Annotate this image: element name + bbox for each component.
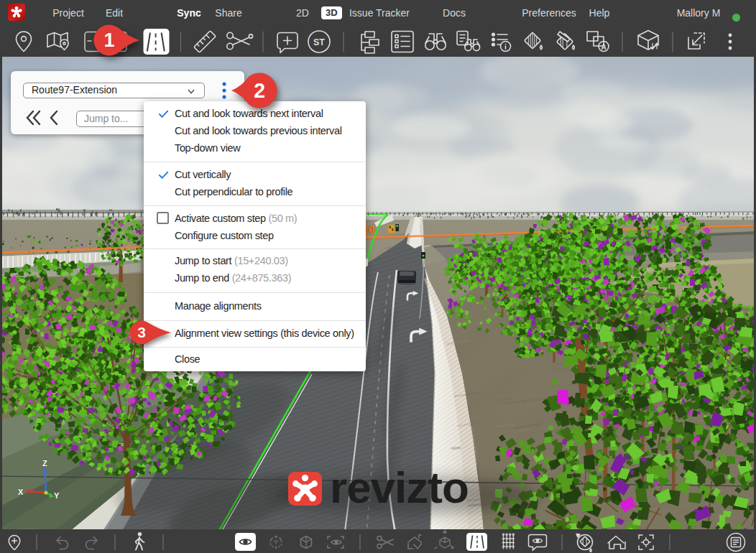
svg-text:Y: Y bbox=[54, 491, 60, 500]
svg-text:X: X bbox=[18, 488, 24, 496]
svg-text:A: A bbox=[601, 43, 606, 51]
svg-text:ST: ST bbox=[313, 37, 325, 47]
svg-text:2: 2 bbox=[254, 79, 265, 102]
svg-text:Z: Z bbox=[42, 459, 47, 468]
svg-text:1: 1 bbox=[103, 29, 114, 51]
svg-text:revizto: revizto bbox=[330, 463, 469, 512]
